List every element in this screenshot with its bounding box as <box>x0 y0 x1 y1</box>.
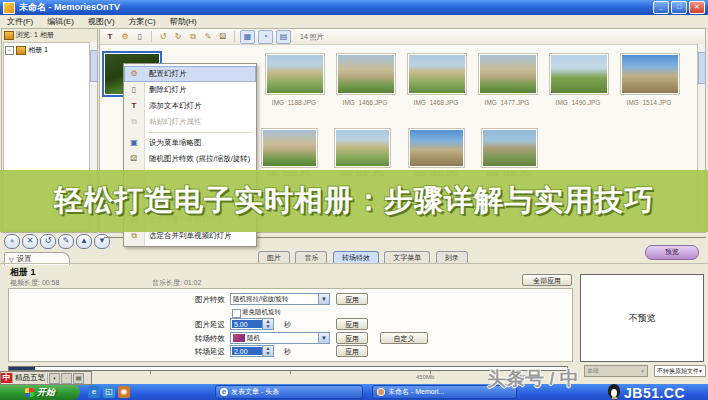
view-timeline-icon[interactable]: ◔ <box>258 30 273 44</box>
windows-flag-icon <box>25 388 34 397</box>
taskbar-task-browser[interactable]: e 发表文章 - 头条 <box>215 385 363 399</box>
thumbnail[interactable] <box>336 53 396 95</box>
menu-edit[interactable]: 编辑(E) <box>40 16 81 27</box>
browse-icon <box>4 31 14 40</box>
trash-icon: ▯ <box>128 84 140 96</box>
thumbnail[interactable] <box>265 53 325 95</box>
brand-watermark: JB51.CC <box>624 385 685 400</box>
randomize-icon[interactable]: ⚄ <box>217 31 229 42</box>
edit-slide-button[interactable]: ✎ <box>58 234 74 249</box>
dropdown-arrow-icon[interactable]: ▼ <box>318 294 329 304</box>
picture-delay-label: 图片延迟 <box>165 320 225 330</box>
menu-item-configure-slide[interactable]: ⚙ 配置幻灯片 <box>124 66 256 82</box>
gear-icon: ⚙ <box>128 68 140 80</box>
maximize-button[interactable]: □ <box>671 1 687 14</box>
thumbnail[interactable] <box>549 53 609 95</box>
remove-slide-button[interactable]: ✕ <box>22 234 38 249</box>
slide-tools: ＋ ✕ ↺ ✎ ▲ ▼ <box>4 234 110 249</box>
stepper-arrows-icon[interactable]: ▲▼ <box>262 319 273 329</box>
dropdown-arrow-icon[interactable]: ▼ <box>698 368 703 374</box>
move-up-button[interactable]: ▲ <box>76 234 92 249</box>
transition-delay-label: 转场延迟 <box>165 347 225 357</box>
banner-text: 轻松打造电子实时相册：步骤详解与实用技巧 <box>54 181 654 221</box>
photo-count-label: 14 照片 <box>300 32 324 42</box>
effects-icon[interactable]: ✎ <box>202 31 214 42</box>
penguin-icon <box>608 384 620 398</box>
customize-transition-button[interactable]: 自定义 <box>380 332 428 344</box>
apply-picture-effect-button[interactable]: 应用 <box>336 293 368 305</box>
thumbnail[interactable] <box>478 53 538 95</box>
disc-capacity-bar <box>8 366 568 371</box>
apply-transition-delay-button[interactable]: 应用 <box>336 345 368 357</box>
tree-item-album[interactable]: − 相册 1 <box>4 43 89 57</box>
picture-delay-stepper[interactable]: 5.00 ▲▼ <box>230 318 274 330</box>
menu-item-add-text-slide[interactable]: T 添加文本幻灯片 <box>124 98 256 114</box>
ime-toolbar[interactable]: 中 精品五笔 ◗ · ▤ <box>0 371 92 385</box>
transition-effect-dropdown[interactable]: 随机 ▼ <box>230 332 330 344</box>
paste-icon: ⧉ <box>128 116 140 128</box>
quicklaunch-desktop-icon[interactable]: ◱ <box>103 386 115 398</box>
tree-header: 浏览: 1 相册 <box>16 30 54 40</box>
chevron-down-icon: ▽ <box>9 256 14 263</box>
view-thumbnails-icon[interactable]: ▦ <box>240 30 255 44</box>
rotate-left-icon[interactable]: ↺ <box>157 31 169 42</box>
thumbnail[interactable] <box>261 128 318 168</box>
music-length-label: 音乐长度: 01:02 <box>152 278 201 288</box>
add-text-slide-icon[interactable]: T <box>104 31 116 42</box>
menu-file[interactable]: 文件(F) <box>0 16 40 27</box>
ime-mode-icon[interactable]: 中 <box>1 373 12 383</box>
menu-item-delete-slide[interactable]: ▯ 删除幻灯片 <box>124 82 256 98</box>
rotate-right-icon[interactable]: ↻ <box>172 31 184 42</box>
quicklaunch-ie-icon[interactable]: e <box>88 386 100 398</box>
avoid-random-rotation-checkbox[interactable] <box>232 309 241 318</box>
apply-all-button[interactable]: 全部应用 <box>522 274 572 286</box>
menu-item-set-menu-thumbnail[interactable]: ▣ 设为菜单缩略图 <box>124 135 256 151</box>
thumbnail[interactable] <box>481 128 538 168</box>
title-bar[interactable]: 未命名 - MemoriesOnTV _ □ ✕ <box>0 0 708 15</box>
ime-name[interactable]: 精品五笔 <box>12 373 48 383</box>
menu-project[interactable]: 方案(C) <box>122 16 163 27</box>
delete-icon[interactable]: ▯ <box>134 31 146 42</box>
quicklaunch-player-icon[interactable]: ◉ <box>118 386 130 398</box>
close-button[interactable]: ✕ <box>689 1 705 14</box>
app-icon <box>3 2 15 14</box>
capacity-tick-label: 450Mb <box>416 374 434 380</box>
taskbar: 开始 e ◱ ◉ e 发表文章 - 头条 ▦ 未命名 - Memori... <box>0 384 708 400</box>
window-title: 未命名 - MemoriesOnTV <box>19 1 651 14</box>
tree-expand-icon[interactable]: − <box>5 46 14 55</box>
configure-icon[interactable]: ⚙ <box>119 31 131 42</box>
apply-picture-delay-button[interactable]: 应用 <box>336 318 368 330</box>
thumbnail[interactable] <box>407 53 467 95</box>
ime-keyboard-icon[interactable]: ▤ <box>73 373 84 384</box>
video-length-label: 视频长度: 00:58 <box>10 278 59 288</box>
add-slide-button[interactable]: ＋ <box>4 234 20 249</box>
dropdown-arrow-icon[interactable]: ▼ <box>318 333 329 343</box>
picture-effect-dropdown[interactable]: 随机摇拉/缩放/旋转 ▼ <box>230 293 330 305</box>
transcode-option-dropdown[interactable]: 不转换原始文件 ▼ <box>654 365 706 377</box>
preview-button[interactable]: 预览 <box>645 245 699 260</box>
rotate-slide-button[interactable]: ↺ <box>40 234 56 249</box>
menu-view[interactable]: 视图(V) <box>81 16 122 27</box>
browser-icon: e <box>220 388 228 396</box>
apply-transition-effect-button[interactable]: 应用 <box>336 332 368 344</box>
thumbnail[interactable] <box>620 53 680 95</box>
thumbnail-caption: IMG_1477.JPG <box>472 99 542 106</box>
paste-attributes-icon[interactable]: ⧉ <box>187 31 199 42</box>
thumbnail[interactable] <box>334 128 391 168</box>
menu-help[interactable]: 帮助(H) <box>163 16 204 27</box>
transition-delay-stepper[interactable]: 2.00 ▲▼ <box>230 345 274 357</box>
transition-effect-label: 转场特效 <box>165 334 225 344</box>
menu-item-randomize-picture-effects[interactable]: ⚄ 随机图片特效 (摇拉/缩放/旋转) <box>124 151 256 167</box>
menu-item-paste-attributes: ⧉ 粘贴幻灯片属性 <box>124 114 256 130</box>
minimize-button[interactable]: _ <box>653 1 669 14</box>
thumbnail-caption: IMG_1490.JPG <box>543 99 613 106</box>
thumbnail-caption: IMG_1188.JPG <box>259 99 329 106</box>
ime-punct-icon[interactable]: · <box>61 373 72 384</box>
thumbnail[interactable] <box>408 128 465 168</box>
view-list-icon[interactable]: ▤ <box>276 30 291 44</box>
tree-item-label: 相册 1 <box>28 45 48 55</box>
ime-halfwidth-icon[interactable]: ◗ <box>49 373 60 384</box>
stepper-arrows-icon[interactable]: ▲▼ <box>262 346 273 356</box>
start-button[interactable]: 开始 <box>0 384 80 400</box>
picture-effect-label: 图片特效 <box>165 295 225 305</box>
